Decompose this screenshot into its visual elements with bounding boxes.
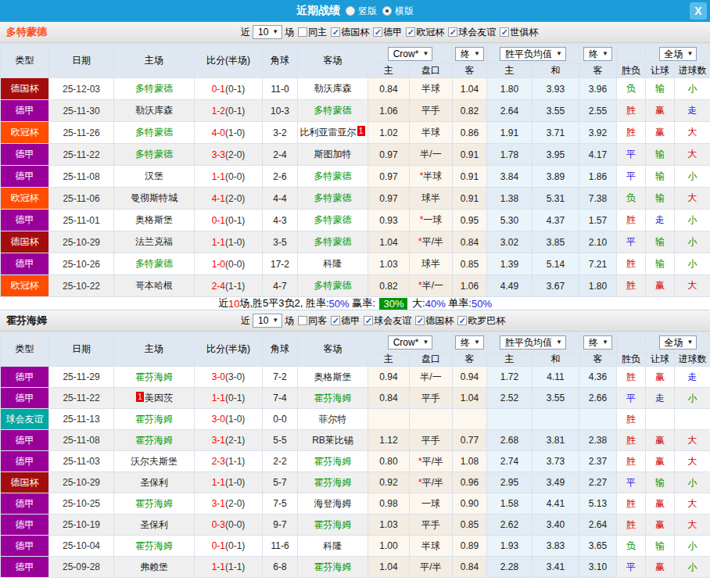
filter-checkbox-球会友谊[interactable]: ✓球会友谊 [364, 314, 411, 328]
col-header-home: 主场 [114, 44, 195, 78]
cell-1x2-home: 2.64 [487, 100, 532, 122]
half-time-score: (0-1) [225, 106, 245, 117]
cell-home-team: 奥格斯堡 [114, 210, 195, 231]
odds-source-dropdown[interactable]: Crow*▼ [388, 47, 433, 61]
cell-asian-away-odds: 0.95 [453, 210, 487, 231]
filter-checkbox-欧罗巴杯[interactable]: ✓欧罗巴杯 [457, 314, 505, 328]
half-time-score: (0-1) [225, 215, 245, 226]
cell-date: 25-10-26 [49, 253, 114, 275]
away-team-name: 科隆 [324, 540, 342, 551]
home-team-name: 奥格斯堡 [135, 214, 173, 225]
cell-home-team: 汉堡 [114, 166, 195, 188]
cell-corners: 2-4 [263, 144, 298, 166]
cell-asian-handicap: *平/半 [410, 451, 453, 472]
cell-score: 3-1(2-1) [195, 430, 263, 451]
cell-result-wdl: 胜 [617, 430, 646, 451]
avg-time-dropdown[interactable]: 终▼ [583, 335, 612, 350]
cell-home-team: 法兰克福 [114, 231, 195, 253]
cell-result-handicap: 走 [646, 210, 675, 231]
cell-1x2-away: 2.10 [579, 231, 617, 253]
cell-asian-away-odds: 0.85 [453, 253, 487, 275]
handicap-text: 半球 [423, 170, 442, 181]
full-time-score: 1-1 [212, 393, 225, 403]
cell-score: 3-1(2-0) [195, 493, 263, 514]
cell-asian-handicap: 平手 [410, 388, 453, 409]
scope-value: 全场 [665, 48, 683, 59]
home-team-name: 曼彻斯特城 [131, 192, 178, 203]
dropdown-arrow-icon: ▼ [556, 48, 562, 59]
home-team-name: 沃尔夫斯堡 [131, 456, 178, 467]
cell-corners: 7-5 [263, 493, 298, 514]
summary-part: 单率: [446, 296, 472, 310]
cell-away-team: 科隆 [298, 253, 368, 275]
cell-asian-handicap [410, 409, 453, 430]
cell-result-goals: 小 [675, 166, 710, 188]
filter-checkbox-德甲[interactable]: ✓德甲 [331, 314, 360, 328]
match-row: 德国杯25-10-29法兰克福1-1(1-0)3-5多特蒙德1.04*平/半0.… [1, 231, 710, 253]
close-button[interactable]: X [690, 2, 707, 20]
cell-asian-away-odds: 0.84 [453, 231, 487, 253]
spacer-cell [617, 332, 646, 353]
cell-result-goals: 大 [675, 430, 710, 451]
match-count-dropdown[interactable]: 10▼ [253, 25, 282, 39]
full-time-score: 1-1 [212, 237, 225, 248]
summary-part: 大: [409, 296, 425, 310]
filter-checkbox-世俱杯[interactable]: ✓世俱杯 [500, 26, 538, 39]
away-team-name: 多特蒙德 [314, 280, 352, 291]
cell-date: 25-11-13 [49, 409, 114, 430]
cell-1x2-draw: 5.14 [532, 253, 579, 275]
filter-checkbox-欧冠杯[interactable]: ✓欧冠杯 [406, 26, 444, 39]
view-option-horizontal[interactable]: 横版 [382, 5, 414, 18]
filter-checkbox-德国杯[interactable]: ✓德国杯 [331, 26, 369, 39]
filter-checkbox-同主[interactable]: 同主 [298, 26, 327, 39]
avg-odds-dropdown[interactable]: 胜平负均值▼ [500, 47, 566, 61]
col-header-type: 类型 [1, 332, 49, 367]
scope-dropdown-cell: 全场▼ [646, 44, 710, 64]
filter-checkbox-球会友谊[interactable]: ✓球会友谊 [448, 26, 496, 39]
filter-bar: 近10▼场同主✓德国杯✓德甲✓欧冠杯✓球会友谊✓世俱杯 [241, 25, 538, 39]
cell-asian-handicap: 平手 [410, 514, 453, 536]
away-team-name: 多特蒙德 [314, 170, 352, 181]
dropdown-arrow-icon: ▼ [687, 48, 694, 59]
sub-header-handicap-result: 让球 [646, 64, 675, 78]
cell-score: 3-3(2-0) [195, 144, 263, 166]
odds-time-dropdown[interactable]: 终▼ [455, 47, 484, 61]
cell-date: 25-10-25 [49, 493, 114, 514]
avg-time-dropdown[interactable]: 终▼ [583, 47, 612, 61]
scope-dropdown[interactable]: 全场▼ [659, 335, 697, 350]
cell-result-goals: 小 [675, 472, 710, 493]
odds-source-dropdown[interactable]: Crow*▼ [388, 335, 433, 350]
cell-1x2-draw: 3.67 [532, 275, 579, 297]
cell-corners: 2-6 [263, 166, 298, 188]
full-time-score: 3-1 [212, 498, 225, 509]
avg-odds-dropdown[interactable]: 胜平负均值▼ [500, 335, 566, 350]
match-count-dropdown[interactable]: 10▼ [253, 314, 282, 328]
cell-corners: 17-2 [263, 253, 298, 275]
cell-1x2-home: 1.38 [487, 188, 532, 210]
dropdown-arrow-icon: ▼ [687, 337, 694, 348]
cell-asian-home-odds: 1.00 [368, 536, 410, 557]
cell-1x2-home: 2.68 [487, 430, 532, 451]
cell-score: 3-0(1-0) [195, 409, 263, 430]
cell-home-team: 哥本哈根 [114, 275, 195, 297]
filter-checkbox-德甲[interactable]: ✓德甲 [373, 26, 402, 39]
cell-score: 2-4(1-1) [195, 275, 263, 297]
cell-corners: 5-7 [263, 472, 298, 493]
cell-asian-home-odds: 1.03 [368, 514, 410, 536]
dropdown-arrow-icon: ▼ [272, 27, 278, 38]
crow-dropdown-cell: Crow*▼ [368, 332, 453, 353]
odds-source-value: Crow* [393, 337, 419, 348]
full-time-score: 4-0 [212, 127, 225, 138]
filter-checkbox-德国杯[interactable]: ✓德国杯 [415, 314, 454, 328]
cell-1x2-draw: 3.95 [532, 144, 579, 166]
cell-asian-home-odds: 0.82 [368, 275, 410, 297]
col-header-date: 日期 [49, 44, 114, 78]
filter-checkbox-同客[interactable]: 同客 [298, 314, 327, 328]
scope-dropdown[interactable]: 全场▼ [659, 47, 697, 61]
dropdown-arrow-icon: ▼ [556, 337, 562, 348]
view-option-vertical[interactable]: 竖版 [346, 5, 377, 18]
cell-corners: 3-2 [263, 122, 298, 144]
match-row: 德甲25-11-221美因茨1-1(0-1)7-4霍芬海姆0.84平手1.042… [1, 388, 710, 409]
odds-time-dropdown[interactable]: 终▼ [455, 335, 484, 350]
avg-dropdown-cell: 胜平负均值▼ [487, 332, 579, 353]
